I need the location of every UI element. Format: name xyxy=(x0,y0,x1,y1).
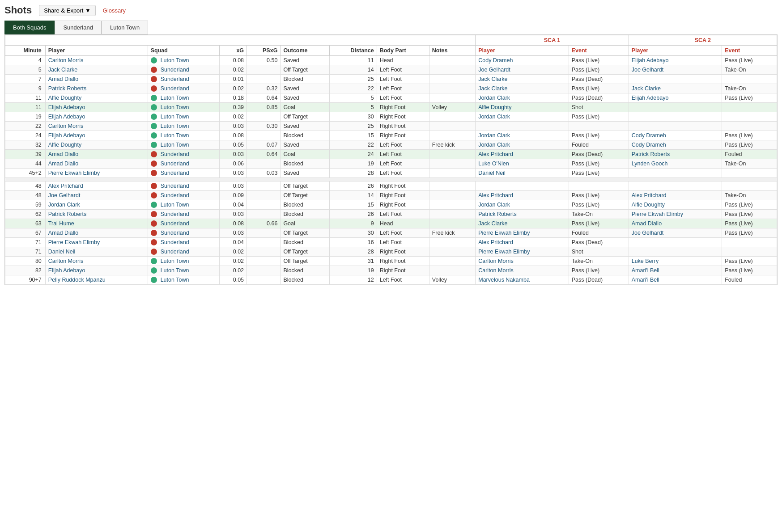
cell-psxg: 0.32 xyxy=(247,84,280,93)
cell-minute: 59 xyxy=(5,200,46,210)
cell-distance: 31 xyxy=(329,257,377,266)
table-row: 71 Pierre Ekwah Elimby Sunderland 0.04 B… xyxy=(5,238,777,247)
cell-sca1-event: Pass (Live) xyxy=(569,56,629,65)
share-export-button[interactable]: Share & Export ▼ xyxy=(39,5,96,16)
cell-sca2-player: Luke Berry xyxy=(629,257,722,266)
col-sca2-player: Player xyxy=(629,46,722,56)
cell-distance: 9 xyxy=(329,219,377,228)
col-sca1-event: Event xyxy=(569,46,629,56)
cell-minute: 4 xyxy=(5,56,46,65)
cell-distance: 14 xyxy=(329,191,377,200)
table-row: 45+2 Pierre Ekwah Elimby Sunderland 0.03… xyxy=(5,169,777,178)
cell-player: Joe Gelhardt xyxy=(45,191,148,200)
cell-sca1-player: Jordan Clark xyxy=(476,93,569,103)
cell-minute: 11 xyxy=(5,93,46,103)
col-psxg: PSxG xyxy=(247,46,280,56)
cell-sca1-event: Shot xyxy=(569,247,629,257)
cell-sca1-event: Fouled xyxy=(569,140,629,150)
tab-sunderland[interactable]: Sunderland xyxy=(55,21,102,34)
cell-xg: 0.18 xyxy=(220,93,247,103)
cell-outcome: Blocked xyxy=(280,131,330,140)
cell-outcome: Off Target xyxy=(280,182,330,191)
cell-sca1-player: Carlton Morris xyxy=(476,257,569,266)
cell-psxg xyxy=(247,191,280,200)
cell-outcome: Blocked xyxy=(280,200,330,210)
cell-squad: Luton Town xyxy=(148,200,220,210)
cell-squad: Sunderland xyxy=(148,84,220,93)
cell-body-part: Right Foot xyxy=(377,247,429,257)
cell-minute: 9 xyxy=(5,84,46,93)
cell-body-part: Left Foot xyxy=(377,210,429,219)
cell-player: Amad Diallo xyxy=(45,75,148,84)
cell-notes: Free kick xyxy=(429,228,475,238)
cell-sca2-player xyxy=(629,112,722,122)
cell-body-part: Head xyxy=(377,219,429,228)
cell-notes xyxy=(429,131,475,140)
cell-sca1-event: Pass (Live) xyxy=(569,112,629,122)
cell-player: Amad Diallo xyxy=(45,150,148,159)
glossary-link[interactable]: Glossary xyxy=(103,7,126,14)
cell-xg: 0.03 xyxy=(220,210,247,219)
col-outcome: Outcome xyxy=(280,46,330,56)
cell-outcome: Saved xyxy=(280,169,330,178)
cell-sca1-player: Alex Pritchard xyxy=(476,191,569,200)
cell-body-part: Left Foot xyxy=(377,169,429,178)
cell-sca1-player: Marvelous Nakamba xyxy=(476,275,569,285)
cell-sca2-event xyxy=(722,122,777,131)
cell-notes xyxy=(429,247,475,257)
cell-notes xyxy=(429,257,475,266)
cell-sca2-event: Pass (Live) xyxy=(722,228,777,238)
tab-luton-town[interactable]: Luton Town xyxy=(102,21,148,34)
cell-player: Daniel Neil xyxy=(45,247,148,257)
cell-sca1-player: Luke O'Nien xyxy=(476,159,569,169)
cell-sca1-event: Take-On xyxy=(569,257,629,266)
cell-sca1-event: Pass (Live) xyxy=(569,200,629,210)
cell-notes xyxy=(429,219,475,228)
cell-sca2-event xyxy=(722,238,777,247)
cell-distance: 22 xyxy=(329,84,377,93)
cell-psxg xyxy=(247,159,280,169)
cell-outcome: Off Target xyxy=(280,247,330,257)
cell-squad: Sunderland xyxy=(148,238,220,247)
cell-body-part: Left Foot xyxy=(377,159,429,169)
cell-player: Amad Diallo xyxy=(45,159,148,169)
cell-minute: 62 xyxy=(5,210,46,219)
col-player: Player xyxy=(45,46,148,56)
cell-body-part: Right Foot xyxy=(377,122,429,131)
cell-player: Patrick Roberts xyxy=(45,210,148,219)
cell-body-part: Right Foot xyxy=(377,131,429,140)
cell-sca2-player: Pierre Ekwah Elimby xyxy=(629,210,722,219)
table-row: 71 Daniel Neil Sunderland 0.02 Off Targe… xyxy=(5,247,777,257)
cell-squad: Luton Town xyxy=(148,122,220,131)
cell-sca2-event xyxy=(722,182,777,191)
table-row: 63 Trai Hume Sunderland 0.08 0.66 Goal 9… xyxy=(5,219,777,228)
cell-distance: 22 xyxy=(329,140,377,150)
cell-minute: 44 xyxy=(5,159,46,169)
cell-notes: Volley xyxy=(429,103,475,112)
cell-psxg xyxy=(247,200,280,210)
cell-sca2-player: Joe Gelhardt xyxy=(629,65,722,75)
cell-psxg xyxy=(247,75,280,84)
cell-outcome: Goal xyxy=(280,103,330,112)
sca1-group-header: SCA 1 xyxy=(476,35,629,46)
cell-outcome: Blocked xyxy=(280,266,330,275)
cell-xg: 0.06 xyxy=(220,159,247,169)
col-sca1-player: Player xyxy=(476,46,569,56)
cell-body-part: Left Foot xyxy=(377,75,429,84)
cell-notes xyxy=(429,238,475,247)
page-title: Shots xyxy=(4,4,32,16)
cell-sca2-event: Take-On xyxy=(722,159,777,169)
table-row: 9 Patrick Roberts Sunderland 0.02 0.32 S… xyxy=(5,84,777,93)
cell-sca1-player: Jordan Clark xyxy=(476,131,569,140)
cell-distance: 24 xyxy=(329,150,377,159)
cell-squad: Sunderland xyxy=(148,210,220,219)
cell-sca2-event: Pass (Live) xyxy=(722,266,777,275)
cell-sca1-event: Pass (Dead) xyxy=(569,275,629,285)
col-xg: xG xyxy=(220,46,247,56)
tab-both-squads[interactable]: Both Squads xyxy=(4,21,55,34)
cell-squad: Luton Town xyxy=(148,56,220,65)
cell-sca1-player: Cody Drameh xyxy=(476,56,569,65)
cell-sca2-player xyxy=(629,182,722,191)
table-row: 22 Carlton Morris Luton Town 0.03 0.30 S… xyxy=(5,122,777,131)
cell-sca1-player: Alex Pritchard xyxy=(476,238,569,247)
